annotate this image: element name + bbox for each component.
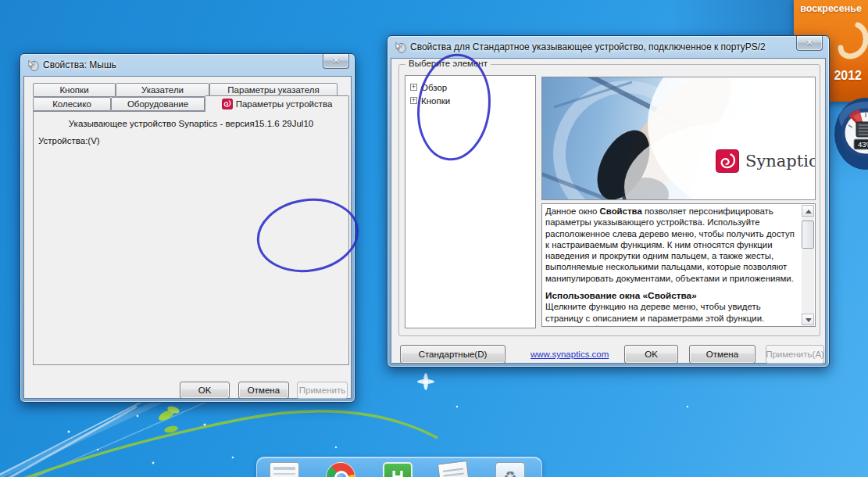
title-bar[interactable]: Свойства: Мышь ✕ [20, 54, 355, 76]
feature-tree: + Обзор + Кнопки [405, 75, 536, 328]
scrollbar[interactable] [802, 205, 814, 325]
tab-buttons[interactable]: Кнопки [33, 83, 116, 97]
description-panel: Данное окно Свойства позволяет персонифи… [541, 203, 816, 327]
calendar-weekday: воскресенье [794, 3, 868, 14]
window-title: Свойства для Стандартное указывающее уст… [410, 41, 766, 52]
expand-icon[interactable]: + [410, 97, 417, 104]
tree-item-buttons[interactable]: + Кнопки [405, 94, 535, 107]
close-button[interactable]: ✕ [796, 36, 823, 51]
dialog-client-area: Кнопки Указатели Параметры указателя Кол… [23, 76, 352, 399]
dock-icon-notes[interactable] [270, 462, 299, 477]
calendar-year: 2012 [834, 69, 862, 83]
tab-device-settings[interactable]: Параметры устройства [205, 95, 349, 112]
expand-icon[interactable]: + [410, 84, 417, 91]
dock: H ♻ [256, 457, 542, 477]
title-bar[interactable]: Свойства для Стандартное указывающее уст… [388, 36, 829, 58]
tab-label: Параметры устройства [236, 99, 333, 109]
description-heading: Использование окна «Свойства» [545, 290, 799, 301]
touchpad-photo-art [542, 77, 816, 200]
mouse-icon [27, 59, 39, 71]
cpu-load-value: 43% [858, 140, 868, 149]
scroll-up-icon[interactable] [802, 205, 814, 217]
scroll-thumb[interactable] [802, 221, 814, 249]
touchpad-photo: Synaptics™ [541, 77, 816, 200]
driver-version-text: Указывающее устройство Synaptics - верси… [34, 119, 348, 128]
mouse-properties-window: Свойства: Мышь ✕ Кнопки Указатели Параме… [20, 53, 355, 403]
dock-icon-chrome[interactable] [326, 462, 355, 477]
tab-wheel[interactable]: Колесико [33, 97, 111, 111]
defaults-button[interactable]: Стандартные(D) [400, 345, 505, 364]
dock-icon-notepad[interactable] [438, 461, 470, 477]
cancel-button[interactable]: Отмена [689, 345, 755, 364]
synaptics-brand: Synaptics™ [716, 149, 816, 173]
description-text: Данное окно Свойства позволяет персонифи… [545, 206, 799, 326]
cpu-meter-gadget[interactable]: 43% [833, 95, 868, 172]
scroll-down-icon[interactable] [802, 314, 814, 325]
cpu-chip-icon [856, 122, 868, 137]
synaptics-website-link[interactable]: www.synaptics.com [530, 350, 609, 359]
tab-hardware[interactable]: Оборудование [111, 97, 205, 111]
dock-icon-recycle-bin[interactable]: ♻ [495, 462, 525, 477]
dock-icon-green-app[interactable]: H [383, 462, 413, 477]
sparkle-decoration [417, 373, 434, 390]
ok-button[interactable]: OK [180, 382, 230, 399]
mouse-icon [395, 41, 406, 53]
synaptics-properties-window: Свойства для Стандартное указывающее уст… [387, 35, 830, 368]
window-title: Свойства: Мышь [43, 59, 116, 70]
apply-button[interactable]: Применить [297, 382, 348, 399]
synaptics-icon [222, 99, 233, 109]
brand-name: Synaptics™ [745, 152, 816, 170]
devices-label: Устройства:(V) [38, 136, 100, 145]
ok-button[interactable]: OK [624, 345, 678, 364]
dialog-client-area: Выберите элемент + Обзор + Кнопки [391, 58, 826, 364]
tab-pointers[interactable]: Указатели [116, 83, 209, 97]
page-curl-icon [834, 22, 868, 70]
device-settings-tab-page: Указывающее устройство Synaptics - верси… [33, 111, 349, 365]
select-item-group: Выберите элемент + Обзор + Кнопки [398, 64, 820, 336]
synaptics-logo-icon [716, 149, 739, 173]
cancel-button[interactable]: Отмена [238, 382, 289, 399]
group-label: Выберите элемент [405, 59, 491, 68]
apply-button[interactable]: Применить(A) [766, 345, 824, 364]
tree-item-overview[interactable]: + Обзор [405, 81, 535, 94]
close-button[interactable]: ✕ [323, 54, 349, 69]
